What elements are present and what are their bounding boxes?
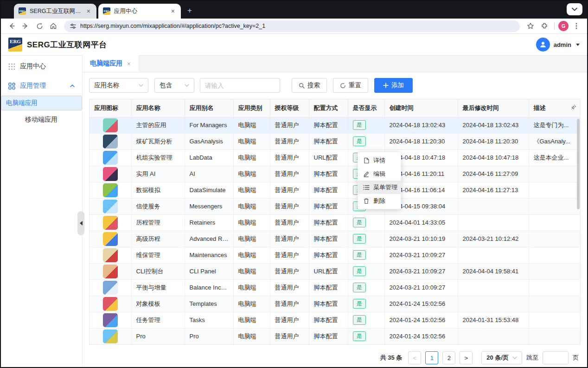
content-panel: 应用名称 包含 搜索 <box>83 72 587 368</box>
url-bar[interactable]: https://serg.mixyun.com/mixapplication/#… <box>64 20 520 32</box>
tab-close-icon[interactable]: × <box>85 7 92 15</box>
table-row[interactable]: 机组实验管理LabData电脑端普通用户URL配置是2024-04-18 10:… <box>89 149 580 166</box>
cell-created: 2024-01-24 15:02:56 <box>384 328 458 344</box>
menu-item-delete[interactable]: 删除 <box>358 194 401 207</box>
cell-level: 普通用户 <box>270 263 309 279</box>
table-row[interactable]: 信使服务Messengers电脑端普通用户脚本配置是2024-04-15 09:… <box>89 198 580 214</box>
table-row[interactable]: 数据模拟DataSimulate电脑端普通用户脚本配置是2024-04-16 1… <box>89 182 580 198</box>
table-row[interactable]: 对象模板Templates电脑端普通用户脚本配置是2024-01-24 15:0… <box>89 296 580 312</box>
home-icon[interactable] <box>47 20 59 32</box>
tab-close-icon[interactable]: × <box>170 7 176 15</box>
chevron-down-icon <box>185 84 189 87</box>
new-tab-button[interactable]: + <box>185 6 195 15</box>
visible-badge: 是 <box>353 299 366 309</box>
next-page-button[interactable]: > <box>460 351 473 364</box>
cell-modified: 2024-04-16 11:27:09 <box>458 166 529 182</box>
cell-modified <box>458 198 529 214</box>
cell-name: 数据模拟 <box>131 182 185 198</box>
page-size-select[interactable]: 20 条/页 <box>481 351 522 364</box>
column-header: 授权等级 <box>270 99 309 117</box>
menu-item-detail[interactable]: 详情 <box>358 154 401 167</box>
tab-search-chevron-icon[interactable] <box>567 3 582 15</box>
cell-category: 电脑端 <box>233 149 270 166</box>
cell-category: 电脑端 <box>233 166 270 182</box>
page-button-2[interactable]: 2 <box>442 351 455 364</box>
cell-category: 电脑端 <box>233 296 270 312</box>
column-header: 创建时间 <box>384 99 458 117</box>
extensions-puzzle-icon[interactable] <box>538 20 550 32</box>
reset-button-label: 重置 <box>349 81 361 90</box>
browser-profile-badge[interactable]: G <box>558 21 569 31</box>
table-row[interactable]: CLI控制台CLI Panel电脑端普通用户URL配置是2024-03-21 1… <box>89 263 580 279</box>
content-tab-close-icon[interactable]: × <box>127 60 131 67</box>
table-row[interactable]: 高级历程Advanced Ret...电脑端普通用户脚本配置是2024-03-2… <box>89 231 580 247</box>
url-text: https://serg.mixyun.com/mixapplication/#… <box>80 23 265 29</box>
sidebar-item-app-manage[interactable]: 应用管理 <box>1 76 82 96</box>
cell-alias: DataSimulate <box>185 182 233 198</box>
ai-avatar-icon <box>103 167 118 181</box>
search-button[interactable]: 搜索 <box>292 78 327 93</box>
reset-button[interactable]: 重置 <box>333 78 368 93</box>
cell-visible: 是 <box>348 263 384 279</box>
add-button[interactable]: 添加 <box>374 78 413 93</box>
cell-level: 普通用户 <box>270 182 309 198</box>
menu-item-edit[interactable]: 编辑 <box>358 167 401 181</box>
page-button-1[interactable]: 1 <box>425 351 438 364</box>
filter-operator-select[interactable]: 包含 <box>154 78 194 93</box>
browser-toolbar: https://serg.mixyun.com/mixapplication/#… <box>1 19 587 34</box>
cell-modified: 2024-01-31 15:53:48 <box>458 312 529 328</box>
cell-visible: 是 <box>348 117 384 133</box>
sidebar-collapse-handle[interactable] <box>77 211 84 235</box>
sidebar-item-app-center[interactable]: 应用中心 <box>1 57 82 76</box>
table-row[interactable]: 煤矿瓦斯分析GasAnalysis电脑端普通用户脚本配置是2024-04-18 … <box>89 133 580 149</box>
cell-category: 电脑端 <box>233 117 270 133</box>
bookmark-star-icon[interactable] <box>524 20 537 32</box>
chevron-down-icon <box>512 356 517 359</box>
prev-page-button[interactable]: < <box>408 351 421 364</box>
column-header: 应用类别 <box>233 99 270 117</box>
search-button-label: 搜索 <box>307 81 320 90</box>
browser-tab-appcenter[interactable]: ERG 应用中心 × <box>98 4 181 19</box>
total-count: 共 35 条 <box>380 354 403 362</box>
column-header: 最后修改时间 <box>458 99 529 117</box>
menu-item-menu-manage[interactable]: 菜单管理 <box>358 181 401 194</box>
cell-modified: 2024-04-18 10:47:18 <box>458 149 529 166</box>
table-row[interactable]: 维保管理Maintenances电脑端普通用户脚本配置是2024-03-21 1… <box>89 247 580 263</box>
filter-field-select[interactable]: 应用名称 <box>89 78 148 93</box>
table-row[interactable]: 平衡与增量Balance Incre...电脑端普通用户脚本配置是2024-03… <box>89 279 580 296</box>
reload-icon[interactable] <box>33 20 45 32</box>
cell-name: 实用 AI <box>131 166 185 182</box>
table-row[interactable]: 任务管理Tasks电脑端普通用户脚本配置是2024-01-24 15:02:56… <box>89 312 580 328</box>
cell-level: 普通用户 <box>270 166 309 182</box>
browser-tab-title: SERG工业互联网平台 <box>30 7 82 15</box>
sidebar-item-mobile-apps[interactable]: 移动端应用 <box>1 110 82 129</box>
sidebar-item-pc-apps[interactable]: 电脑端应用 <box>1 96 82 110</box>
cell-desc: 《GasAnaly... <box>529 133 580 149</box>
back-icon[interactable] <box>6 20 18 32</box>
browser-menu-kebab-icon[interactable] <box>570 20 582 32</box>
cell-visible: 是 <box>348 247 384 263</box>
forward-icon[interactable] <box>19 20 32 32</box>
table-row[interactable]: 历程管理Retainers电脑端普通用户脚本配置是2024-04-01 14:3… <box>89 214 580 231</box>
column-header: 是否显示 <box>348 99 384 117</box>
table-row[interactable]: ProPro电脑端普通用户脚本配置是2024-01-24 15:02:56 <box>89 328 580 344</box>
cell-level: 普通用户 <box>270 247 309 263</box>
chevron-up-icon <box>70 84 75 87</box>
content-tab-pc-apps[interactable]: 电脑端应用 × <box>83 55 138 72</box>
pin-icon[interactable] <box>571 104 576 110</box>
cell-modified <box>458 296 529 312</box>
username[interactable]: admin <box>554 41 571 48</box>
user-avatar[interactable] <box>536 38 550 52</box>
cloud-network-icon <box>103 200 118 213</box>
filter-keyword-input[interactable] <box>200 78 280 93</box>
browser-tab-serg[interactable]: ERG SERG工业互联网平台 × <box>14 4 96 19</box>
table-row[interactable]: 主管的应用For Managers电脑端普通用户脚本配置是2024-04-18 … <box>89 117 580 133</box>
cell-config: 脚本配置 <box>309 133 348 149</box>
table-row[interactable]: 实用 AIAI电脑端普通用户脚本配置是2024-04-16 11:20:1120… <box>89 166 580 182</box>
site-security-icon[interactable] <box>70 23 77 30</box>
cell-alias: CLI Panel <box>185 263 233 279</box>
cell-level: 普通用户 <box>270 214 309 231</box>
jump-page-input[interactable] <box>543 351 569 364</box>
table-scrollbar[interactable] <box>577 119 580 209</box>
user-menu-caret-icon[interactable] <box>576 44 580 46</box>
